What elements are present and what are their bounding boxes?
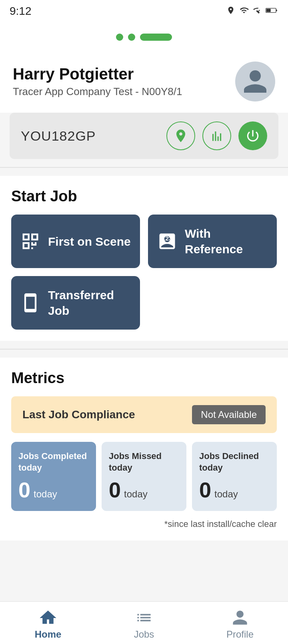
jobs-missed-card: Jobs Missed today 0 today xyxy=(102,442,186,511)
transferred-job-label: Transferred Job xyxy=(48,287,131,318)
profile-name: Harry Potgietter xyxy=(13,65,182,83)
divider-1 xyxy=(0,167,288,168)
first-on-scene-label: First on Scene xyxy=(48,234,131,249)
phone-icon xyxy=(20,292,41,313)
signal-icon xyxy=(253,6,262,17)
power-btn-icon xyxy=(245,128,260,143)
dot-2 xyxy=(128,34,135,41)
jobs-completed-title: Jobs Completed today xyxy=(18,451,89,473)
jobs-declined-unit: today xyxy=(214,489,238,500)
profile-section: Harry Potgietter Tracer App Company Test… xyxy=(0,50,288,113)
qr-icon xyxy=(20,231,41,252)
jobs-declined-value-row: 0 today xyxy=(199,477,270,502)
metrics-note: *since last install/cache clear xyxy=(11,519,277,529)
dot-1 xyxy=(116,34,123,41)
location-btn-icon xyxy=(173,128,188,143)
avatar xyxy=(235,62,275,101)
jobs-missed-unit: today xyxy=(124,489,148,500)
dot-bar xyxy=(140,34,172,41)
battery-icon xyxy=(266,6,278,17)
nav-profile-label: Profile xyxy=(226,629,254,640)
jobs-completed-unit: today xyxy=(34,489,57,500)
divider-2 xyxy=(0,349,288,350)
avatar-icon xyxy=(241,68,269,95)
with-reference-label: WithReference xyxy=(185,226,243,257)
ref-icon: 123 xyxy=(157,231,178,252)
stats-button[interactable] xyxy=(202,121,231,150)
profile-info: Harry Potgietter Tracer App Company Test… xyxy=(13,65,182,98)
jobs-missed-value: 0 xyxy=(109,477,121,502)
metrics-section: Metrics Last Job Compliance Not Availabl… xyxy=(0,358,288,541)
start-job-title: Start Job xyxy=(11,188,277,205)
profile-company: Tracer App Company Test - N00Y8/1 xyxy=(13,85,182,98)
first-on-scene-button[interactable]: First on Scene xyxy=(11,215,140,268)
bottom-nav: Home Jobs Profile xyxy=(0,601,288,644)
location-icon xyxy=(226,6,235,17)
jobs-missed-title: Jobs Missed today xyxy=(109,451,179,473)
location-button[interactable] xyxy=(166,121,195,150)
compliance-status: Not Available xyxy=(192,405,266,424)
jobs-missed-value-row: 0 today xyxy=(109,477,179,502)
compliance-label: Last Job Compliance xyxy=(22,408,135,421)
jobs-completed-value-row: 0 today xyxy=(18,477,89,502)
nav-jobs[interactable]: Jobs xyxy=(96,609,192,640)
with-reference-button[interactable]: 123 WithReference xyxy=(148,215,277,268)
badge-icons xyxy=(166,121,267,150)
profile-icon xyxy=(231,609,249,626)
nav-jobs-label: Jobs xyxy=(134,629,154,640)
status-icons xyxy=(226,6,278,17)
nav-home[interactable]: Home xyxy=(0,609,96,640)
wifi-icon xyxy=(239,6,249,17)
job-buttons-grid: First on Scene 123 WithReference Transfe… xyxy=(11,215,277,330)
nav-profile[interactable]: Profile xyxy=(192,609,288,640)
compliance-row: Last Job Compliance Not Available xyxy=(11,396,277,433)
metrics-cards: Jobs Completed today 0 today Jobs Missed… xyxy=(11,442,277,511)
onboarding-dots xyxy=(0,22,288,50)
transferred-job-button[interactable]: Transferred Job xyxy=(11,276,140,330)
svg-rect-1 xyxy=(276,10,277,11)
badge-code: YOU182GP xyxy=(21,128,96,144)
home-icon xyxy=(39,609,57,626)
metrics-title: Metrics xyxy=(11,370,277,387)
badge-row: YOU182GP xyxy=(10,113,278,159)
jobs-declined-title: Jobs Declined today xyxy=(199,451,270,473)
status-time: 9:12 xyxy=(10,5,32,18)
nav-home-label: Home xyxy=(35,629,62,640)
jobs-icon xyxy=(135,609,153,626)
status-bar: 9:12 xyxy=(0,0,288,22)
svg-text:123: 123 xyxy=(162,235,172,242)
stats-btn-icon xyxy=(209,128,224,143)
power-button[interactable] xyxy=(238,121,267,150)
svg-rect-2 xyxy=(266,9,271,12)
jobs-declined-card: Jobs Declined today 0 today xyxy=(192,442,277,511)
start-job-section: Start Job First on Scene 123 WithReferen… xyxy=(0,176,288,341)
jobs-declined-value: 0 xyxy=(199,477,211,502)
jobs-completed-value: 0 xyxy=(18,477,30,502)
jobs-completed-card: Jobs Completed today 0 today xyxy=(11,442,96,511)
